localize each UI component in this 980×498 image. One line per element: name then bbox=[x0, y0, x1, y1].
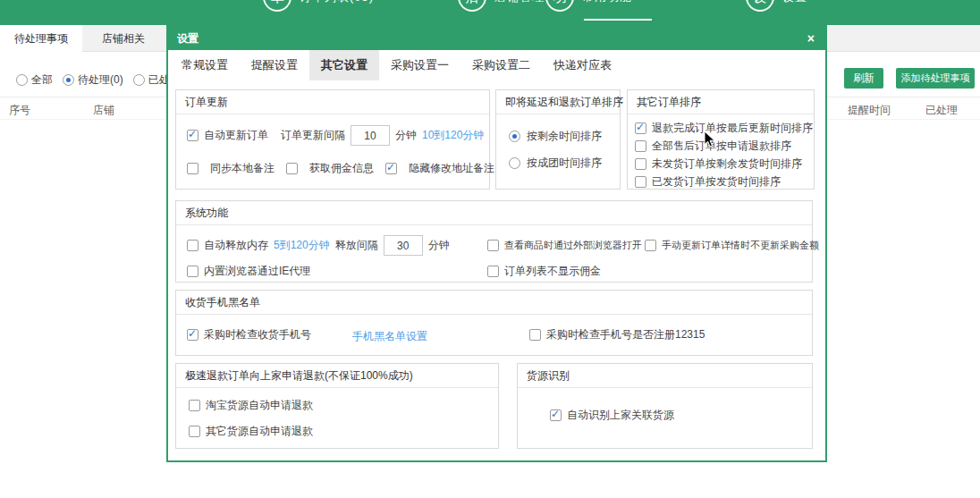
section-delay-refund-sort: 即将延迟和退款订单排序 按剩余时间排序 按成团时间排序 bbox=[495, 89, 621, 190]
section-title: 系统功能 bbox=[176, 201, 812, 225]
nav-label[interactable]: 常用功能 bbox=[582, 0, 632, 5]
tab-reminder-settings[interactable]: 提醒设置 bbox=[240, 50, 309, 80]
checkbox-taobao-auto-refund-icon[interactable] bbox=[189, 400, 200, 411]
dialog-title-bar: 设置 × bbox=[168, 27, 825, 50]
checkbox-label[interactable]: 自动识别上家关联货源 bbox=[567, 408, 674, 423]
checkbox-other-auto-refund-icon[interactable] bbox=[189, 426, 200, 437]
section-source-detect: 货源识别 自动识别上家关联货源 bbox=[517, 363, 813, 449]
checkbox-label[interactable]: 自动更新订单 bbox=[204, 128, 268, 143]
radio-icon[interactable] bbox=[16, 74, 28, 86]
radio-selected-icon[interactable] bbox=[63, 74, 74, 86]
checkbox-label[interactable]: 隐藏修改地址备注 bbox=[409, 161, 494, 176]
nav-item-common-functions[interactable]: 功 常用功能 bbox=[545, 0, 632, 12]
radio-label[interactable]: 按成团时间排序 bbox=[527, 156, 602, 171]
checkbox-label[interactable]: 采购时检查手机号是否注册12315 bbox=[546, 327, 705, 342]
checkbox-auto-detect-source-icon[interactable] bbox=[550, 409, 562, 421]
checkbox-auto-update-icon[interactable] bbox=[187, 130, 199, 141]
checkbox-label[interactable]: 手动更新订单详情时不更新采购金额 bbox=[662, 239, 819, 252]
filter-label[interactable]: 待处理(0) bbox=[78, 72, 123, 88]
section-title: 极速退款订单向上家申请退款(不保证100%成功) bbox=[176, 364, 498, 388]
checkbox-fetch-commission-icon[interactable] bbox=[286, 163, 298, 174]
free-interval-input[interactable] bbox=[384, 235, 423, 256]
update-interval-input[interactable] bbox=[351, 125, 390, 146]
section-order-update: 订单更新 自动更新订单 订单更新间隔 分钟 10到120分钟 同步本地备注 获取… bbox=[175, 89, 490, 190]
checkbox-label[interactable]: 内置浏览器通过IE代理 bbox=[204, 264, 310, 279]
memory-range-hint: 5到120分钟 bbox=[274, 238, 330, 253]
checkbox-label[interactable]: 已发货订单按发货时间排序 bbox=[652, 174, 781, 190]
tab-purchase-settings-2[interactable]: 采购设置二 bbox=[460, 50, 542, 80]
nav-label[interactable]: 店铺管理 bbox=[494, 0, 545, 5]
radio-by-remaining-time-icon[interactable] bbox=[509, 131, 520, 142]
checkbox-check-phone-icon[interactable] bbox=[187, 329, 199, 341]
filter-all[interactable]: 全部 bbox=[16, 72, 53, 88]
mouse-cursor-icon bbox=[704, 131, 716, 148]
section-title: 收货手机黑名单 bbox=[176, 291, 812, 315]
section-speed-refund: 极速退款订单向上家申请退款(不保证100%成功) 淘宝货源自动申请退款 其它货源… bbox=[175, 363, 499, 449]
filter-pending[interactable]: 待处理(0) bbox=[63, 72, 123, 88]
tab-other-settings[interactable]: 其它设置 bbox=[309, 50, 379, 80]
checkbox-label[interactable]: 未发货订单按剩余发货时间排序 bbox=[652, 156, 802, 172]
radio-label[interactable]: 按剩余时间排序 bbox=[527, 129, 602, 144]
section-title: 其它订单排序 bbox=[628, 90, 814, 114]
order-list-icon: 单 bbox=[263, 0, 291, 12]
checkbox-no-update-amount-icon[interactable] bbox=[645, 240, 656, 251]
section-title: 即将延迟和退款订单排序 bbox=[496, 90, 620, 114]
add-pending-item-button[interactable]: 添加待处理事项 bbox=[896, 68, 975, 89]
radio-icon[interactable] bbox=[133, 74, 145, 86]
checkbox-label[interactable]: 全部售后订单按申请退款排序 bbox=[652, 139, 791, 154]
checkbox-no-commission-icon[interactable] bbox=[487, 266, 499, 277]
section-title: 货源识别 bbox=[518, 364, 812, 388]
radio-by-group-time-icon[interactable] bbox=[509, 157, 520, 169]
checkbox-refund-done-sort-icon[interactable] bbox=[635, 122, 646, 134]
section-title: 订单更新 bbox=[176, 90, 489, 114]
nav-item-settings[interactable]: 设 设置 bbox=[746, 0, 807, 12]
column-header-shop: 店铺 bbox=[93, 103, 114, 118]
checkbox-shipped-sort-icon[interactable] bbox=[635, 176, 646, 188]
tab-shop-related[interactable]: 店铺相关 bbox=[82, 25, 165, 52]
filter-radio-group: 全部 待处理(0) 已处理 bbox=[16, 72, 181, 88]
nav-label[interactable]: 订单列表(03) bbox=[300, 0, 374, 5]
checkbox-label[interactable]: 订单列表不显示佣金 bbox=[504, 264, 601, 279]
checkbox-label[interactable]: 同步本地备注 bbox=[210, 161, 275, 176]
checkbox-unshipped-sort-icon[interactable] bbox=[635, 158, 646, 170]
filter-label[interactable]: 全部 bbox=[31, 72, 53, 88]
checkbox-label[interactable]: 获取佣金信息 bbox=[309, 161, 374, 176]
shop-manage-icon: 后 bbox=[458, 0, 486, 12]
checkbox-check-12315-icon[interactable] bbox=[529, 329, 541, 341]
checkbox-label[interactable]: 自动释放内存 bbox=[204, 238, 268, 253]
refresh-button[interactable]: 刷新 bbox=[844, 68, 883, 89]
nav-item-shop-manage[interactable]: 后 店铺管理 bbox=[458, 0, 545, 12]
minutes-label: 分钟 bbox=[395, 128, 417, 143]
checkbox-label[interactable]: 其它货源自动申请退款 bbox=[206, 424, 313, 439]
top-nav-bar: 单 订单列表(03) 后 店铺管理 功 常用功能 设 设置 bbox=[0, 0, 980, 25]
interval-label: 订单更新间隔 bbox=[281, 128, 345, 143]
free-interval-label: 释放间隔 bbox=[335, 238, 378, 253]
interval-range-hint: 10到120分钟 bbox=[422, 128, 484, 143]
nav-label[interactable]: 设置 bbox=[782, 0, 807, 5]
column-header-handled: 已处理 bbox=[925, 103, 958, 118]
tab-general-settings[interactable]: 常规设置 bbox=[170, 50, 240, 80]
column-header-remind-time: 提醒时间 bbox=[848, 103, 891, 118]
checkbox-label[interactable]: 查看商品时通过外部浏览器打开 bbox=[504, 239, 642, 252]
checkbox-hide-address-note-icon[interactable] bbox=[385, 163, 397, 174]
checkbox-label[interactable]: 采购时检查收货手机号 bbox=[204, 327, 311, 342]
section-other-sort: 其它订单排序 退款完成订单按最后更新时间排序 全部售后订单按申请退款排序 未发货… bbox=[627, 89, 815, 190]
blacklist-settings-link[interactable]: 手机黑名单设置 bbox=[352, 329, 427, 344]
checkbox-sync-local-note-icon[interactable] bbox=[187, 163, 199, 174]
nav-item-order-list[interactable]: 单 订单列表(03) bbox=[263, 0, 374, 12]
minutes-label: 分钟 bbox=[428, 238, 450, 253]
checkbox-label[interactable]: 淘宝货源自动申请退款 bbox=[206, 398, 313, 413]
common-functions-icon: 功 bbox=[545, 0, 574, 12]
checkbox-auto-free-memory-icon[interactable] bbox=[187, 240, 199, 251]
checkbox-aftersale-sort-icon[interactable] bbox=[635, 140, 646, 152]
checkbox-label[interactable]: 退款完成订单按最后更新时间排序 bbox=[652, 121, 813, 136]
tab-purchase-settings-1[interactable]: 采购设置一 bbox=[379, 50, 460, 80]
tab-express-mapping[interactable]: 快递对应表 bbox=[542, 50, 623, 80]
section-system-functions: 系统功能 自动释放内存 5到120分钟 释放间隔 分钟 查看商品时通过外部浏览器… bbox=[175, 200, 813, 283]
column-header-index: 序号 bbox=[9, 103, 30, 118]
checkbox-external-browser-icon[interactable] bbox=[487, 240, 499, 251]
close-icon[interactable]: × bbox=[807, 27, 815, 50]
tab-pending-items[interactable]: 待处理事项 bbox=[0, 25, 82, 52]
checkbox-ie-proxy-icon[interactable] bbox=[187, 266, 199, 277]
settings-icon: 设 bbox=[746, 0, 774, 12]
